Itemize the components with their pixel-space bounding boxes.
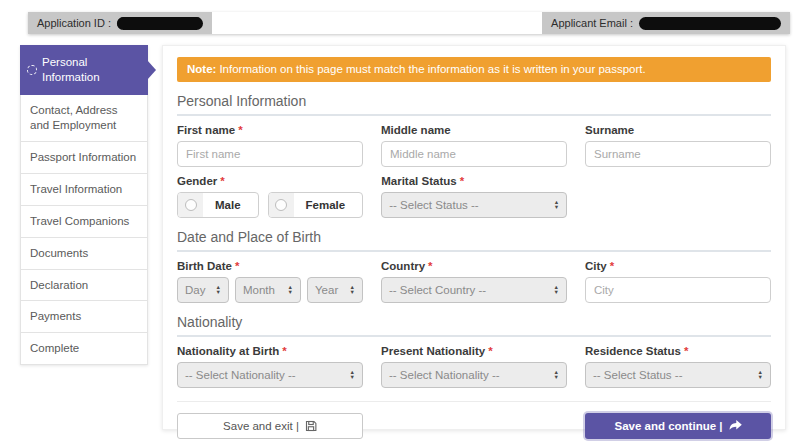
female-radio[interactable] xyxy=(269,193,294,217)
required-asterisk: * xyxy=(220,175,224,187)
save-floppy-icon xyxy=(305,420,317,432)
first-name-field-group: First name* xyxy=(177,124,363,167)
save-and-exit-button[interactable]: Save and exit | xyxy=(177,413,363,439)
male-radio[interactable] xyxy=(178,193,203,217)
birth-date-label: Birth Date* xyxy=(177,260,363,272)
birth-year-select[interactable]: Year ▲▼ xyxy=(307,277,363,303)
gender-field-group: Gender* Male Female xyxy=(177,175,363,218)
residence-status-field-group: Residence Status* -- Select Status -- ▲▼ xyxy=(585,345,771,388)
steps-sidebar: Personal Information Contact, Address an… xyxy=(20,45,148,365)
male-option-label: Male xyxy=(203,193,258,217)
birth-year-selected-value: Year xyxy=(315,284,338,296)
marital-status-select[interactable]: -- Select Status -- ▲▼ xyxy=(381,192,567,218)
forward-arrow-icon xyxy=(729,420,742,431)
present-nationality-label: Present Nationality* xyxy=(381,345,567,357)
applicant-email-redacted-value xyxy=(639,17,781,30)
residence-status-label: Residence Status* xyxy=(585,345,771,357)
sidebar-item-payments[interactable]: Payments xyxy=(20,301,148,333)
birth-month-selected-value: Month xyxy=(243,284,275,296)
note-text: Information on this page must match the … xyxy=(219,63,645,75)
city-input[interactable] xyxy=(585,277,771,303)
country-selected-value: -- Select Country -- xyxy=(389,284,486,296)
city-field-group: City* xyxy=(585,260,771,303)
gender-option-female[interactable]: Female xyxy=(268,192,364,218)
birth-day-selected-value: Day xyxy=(185,284,205,296)
select-stepper-icon: ▲▼ xyxy=(288,285,293,294)
city-label: City* xyxy=(585,260,771,272)
required-asterisk: * xyxy=(282,345,286,357)
application-id-chip: Application ID : xyxy=(28,12,212,34)
sidebar-item-complete[interactable]: Complete xyxy=(20,333,148,365)
country-select[interactable]: -- Select Country -- ▲▼ xyxy=(381,277,567,303)
middle-name-label: Middle name xyxy=(381,124,567,136)
present-nationality-select[interactable]: -- Select Nationality -- ▲▼ xyxy=(381,362,567,388)
birth-month-select[interactable]: Month ▲▼ xyxy=(235,277,301,303)
birth-date-field-group: Birth Date* Day ▲▼ Month ▲▼ Year ▲▼ xyxy=(177,260,363,303)
section-title-nationality: Nationality xyxy=(177,314,771,337)
residence-status-selected-value: -- Select Status -- xyxy=(593,369,682,381)
birth-day-select[interactable]: Day ▲▼ xyxy=(177,277,229,303)
female-option-label: Female xyxy=(294,193,363,217)
required-asterisk: * xyxy=(488,345,492,357)
select-stepper-icon: ▲▼ xyxy=(758,370,763,379)
sidebar-item-documents[interactable]: Documents xyxy=(20,238,148,270)
present-nationality-field-group: Present Nationality* -- Select Nationali… xyxy=(381,345,567,388)
sidebar-item-passport-information[interactable]: Passport Information xyxy=(20,142,148,174)
sidebar-item-travel-information[interactable]: Travel Information xyxy=(20,174,148,206)
select-stepper-icon: ▲▼ xyxy=(216,285,221,294)
sidebar-item-declaration[interactable]: Declaration xyxy=(20,270,148,302)
save-and-continue-label: Save and continue | xyxy=(614,420,722,432)
nationality-at-birth-field-group: Nationality at Birth* -- Select National… xyxy=(177,345,363,388)
country-label: Country* xyxy=(381,260,567,272)
select-stepper-icon: ▲▼ xyxy=(554,200,559,209)
surname-input[interactable] xyxy=(585,141,771,167)
marital-status-selected-value: -- Select Status -- xyxy=(389,199,478,211)
save-and-exit-label: Save and exit | xyxy=(223,420,299,432)
sidebar-item-personal-information[interactable]: Personal Information xyxy=(20,45,148,95)
country-field-group: Country* -- Select Country -- ▲▼ xyxy=(381,260,567,303)
section-title-personal-information: Personal Information xyxy=(177,93,771,116)
top-bar: Application ID : Applicant Email : xyxy=(28,12,790,34)
progress-spinner-icon xyxy=(27,65,37,75)
sidebar-item-travel-companions[interactable]: Travel Companions xyxy=(20,206,148,238)
first-name-label: First name* xyxy=(177,124,363,136)
middle-name-field-group: Middle name xyxy=(381,124,567,167)
required-asterisk: * xyxy=(428,260,432,272)
required-asterisk: * xyxy=(460,175,464,187)
select-stepper-icon: ▲▼ xyxy=(350,285,355,294)
nationality-at-birth-label: Nationality at Birth* xyxy=(177,345,363,357)
marital-status-label: Marital Status* xyxy=(381,175,567,187)
required-asterisk: * xyxy=(235,260,239,272)
sidebar-item-label: Personal Information xyxy=(42,55,141,85)
passport-note-banner: Note:Information on this page must match… xyxy=(177,57,771,82)
present-nationality-selected-value: -- Select Nationality -- xyxy=(389,369,500,381)
applicant-email-label: Applicant Email : xyxy=(551,17,633,29)
marital-status-field-group: Marital Status* -- Select Status -- ▲▼ xyxy=(381,175,567,218)
middle-name-input[interactable] xyxy=(381,141,567,167)
applicant-email-chip: Applicant Email : xyxy=(542,12,790,34)
nationality-at-birth-select[interactable]: -- Select Nationality -- ▲▼ xyxy=(177,362,363,388)
application-id-label: Application ID : xyxy=(37,17,111,29)
surname-field-group: Surname xyxy=(585,124,771,167)
sidebar-item-contact-address-employment[interactable]: Contact, Address and Employment xyxy=(20,95,148,142)
first-name-input[interactable] xyxy=(177,141,363,167)
gender-option-male[interactable]: Male xyxy=(177,192,259,218)
select-stepper-icon: ▲▼ xyxy=(554,285,559,294)
surname-label: Surname xyxy=(585,124,771,136)
radio-circle-icon xyxy=(275,199,287,211)
note-prefix: Note: xyxy=(187,63,216,75)
required-asterisk: * xyxy=(610,260,614,272)
section-title-date-place-of-birth: Date and Place of Birth xyxy=(177,229,771,252)
application-id-redacted-value xyxy=(117,17,203,30)
form-footer: Save and exit | Save and continue | xyxy=(177,401,771,439)
select-stepper-icon: ▲▼ xyxy=(350,370,355,379)
required-asterisk: * xyxy=(684,345,688,357)
radio-circle-icon xyxy=(185,199,197,211)
gender-label: Gender* xyxy=(177,175,363,187)
form-panel: Note:Information on this page must match… xyxy=(162,45,786,430)
residence-status-select[interactable]: -- Select Status -- ▲▼ xyxy=(585,362,771,388)
save-and-continue-button[interactable]: Save and continue | xyxy=(585,413,771,439)
nationality-at-birth-selected-value: -- Select Nationality -- xyxy=(185,369,296,381)
select-stepper-icon: ▲▼ xyxy=(554,370,559,379)
required-asterisk: * xyxy=(238,124,242,136)
